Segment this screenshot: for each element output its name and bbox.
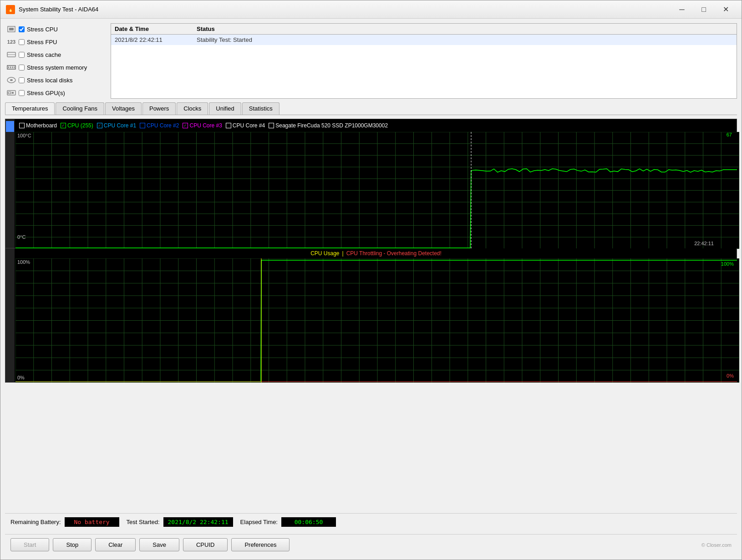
stress-disk-item: Stress local disks <box>5 74 105 86</box>
test-started-item: Test Started: 2021/8/2 22:42:11 <box>127 517 233 527</box>
main-window: 🔥 System Stability Test - AIDA64 ─ □ ✕ S… <box>0 0 742 560</box>
stress-fpu-item: 123 Stress FPU <box>5 36 105 48</box>
svg-rect-11 <box>7 91 15 95</box>
cache-icon <box>7 51 16 58</box>
tabs-bar: Temperatures Cooling Fans Voltages Power… <box>5 102 737 115</box>
legend-seagate-checkbox[interactable] <box>269 123 274 128</box>
elapsed-time-item: Elapsed Time: 00:06:50 <box>240 517 336 527</box>
app-icon: 🔥 <box>6 5 15 14</box>
stress-gpu-item: Stress GPU(s) <box>5 87 105 99</box>
preferences-button[interactable]: Preferences <box>231 538 290 551</box>
usage-title-cpu: CPU Usage <box>310 250 339 257</box>
stress-cache-label[interactable]: Stress cache <box>19 51 61 58</box>
log-col-status-header: Status <box>197 25 733 32</box>
log-status-0: Stability Test: Started <box>197 36 733 43</box>
content-area: Stress CPU 123 Stress FPU <box>0 19 742 560</box>
legend-cpu-core1: CPU Core #1 <box>97 122 136 129</box>
save-button[interactable]: Save <box>139 538 179 551</box>
log-row-0: 2021/8/2 22:42:11 Stability Test: Starte… <box>111 35 737 45</box>
stress-disk-label[interactable]: Stress local disks <box>19 77 72 84</box>
test-started-label: Test Started: <box>127 519 160 525</box>
cpu-icon <box>7 25 16 33</box>
fpu-icon: 123 <box>7 38 16 45</box>
legend-cpu255-checkbox[interactable] <box>61 123 66 128</box>
usage-y-top: 100% <box>17 259 30 265</box>
tab-voltages[interactable]: Voltages <box>105 102 142 115</box>
stress-fpu-label[interactable]: Stress FPU <box>19 39 57 45</box>
usage-chart-title-bar: CPU Usage | CPU Throttling - Overheating… <box>15 248 737 258</box>
usage-y-bottom: 0% <box>17 375 25 380</box>
stress-memory-checkbox[interactable] <box>19 65 25 71</box>
legend-cpu-core2: CPU Core #2 <box>140 122 179 129</box>
svg-rect-1 <box>9 28 14 30</box>
status-bar: Remaining Battery: No battery Test Start… <box>5 513 737 530</box>
legend-cpu-core3: CPU Core #3 <box>183 122 222 129</box>
tab-powers[interactable]: Powers <box>142 102 176 115</box>
svg-rect-8 <box>14 66 15 68</box>
legend-cpu-core4: CPU Core #4 <box>226 122 265 129</box>
memory-icon <box>7 64 16 71</box>
clear-button[interactable]: Clear <box>95 538 136 551</box>
tab-cooling-fans[interactable]: Cooling Fans <box>56 102 104 115</box>
legend-cpu-core2-checkbox[interactable] <box>140 123 145 128</box>
stress-options-panel: Stress CPU 123 Stress FPU <box>5 23 105 99</box>
stress-gpu-label[interactable]: Stress GPU(s) <box>19 90 65 96</box>
legend-cpu-core4-checkbox[interactable] <box>226 123 231 128</box>
maximize-button[interactable]: □ <box>693 3 714 16</box>
charts-area: Motherboard CPU (255) CPU Core #1 CPU Co… <box>5 119 737 510</box>
stress-gpu-checkbox[interactable] <box>19 90 25 96</box>
minimize-button[interactable]: ─ <box>671 3 692 16</box>
start-button[interactable]: Start <box>10 538 49 551</box>
top-section: Stress CPU 123 Stress FPU <box>5 23 737 99</box>
log-time-0: 2021/8/2 22:42:11 <box>115 36 197 43</box>
legend-seagate: Seagate FireCuda 520 SSD ZP1000GM30002 <box>269 122 388 129</box>
legend-cpu-core1-checkbox[interactable] <box>97 123 102 128</box>
stress-cpu-label[interactable]: Stress CPU <box>19 26 58 33</box>
cpuid-button[interactable]: CPUID <box>183 538 228 551</box>
legend-motherboard: Motherboard <box>19 122 57 129</box>
stress-memory-label[interactable]: Stress system memory <box>19 64 87 71</box>
disk-icon <box>7 76 16 84</box>
stress-cache-checkbox[interactable] <box>19 52 25 58</box>
tab-statistics[interactable]: Statistics <box>242 102 280 115</box>
usage-chart-canvas <box>15 258 739 383</box>
legend-cpu-core3-checkbox[interactable] <box>183 123 188 128</box>
temp-value-label: 67 <box>727 132 732 137</box>
stress-fpu-checkbox[interactable] <box>19 39 25 45</box>
bottom-buttons: Start Stop Clear Save CPUID Preferences … <box>5 534 737 555</box>
svg-rect-6 <box>10 66 11 68</box>
elapsed-label: Elapsed Time: <box>240 519 278 525</box>
svg-rect-7 <box>12 66 13 68</box>
usage-value-top: 100% <box>721 261 734 267</box>
title-bar: 🔥 System Stability Test - AIDA64 ─ □ ✕ <box>0 0 742 19</box>
svg-rect-13 <box>12 92 14 94</box>
usage-value-bottom: 0% <box>727 373 734 378</box>
window-controls: ─ □ ✕ <box>671 3 736 16</box>
stress-cache-item: Stress cache <box>5 49 105 61</box>
log-table: Date & Time Status 2021/8/2 22:42:11 Sta… <box>111 23 737 99</box>
temp-legend: Motherboard CPU (255) CPU Core #1 CPU Co… <box>15 119 737 132</box>
usage-title-throttle: CPU Throttling - Overheating Detected! <box>346 250 442 257</box>
temp-chart-canvas <box>15 132 739 249</box>
temp-y-top: 100°C <box>17 133 31 138</box>
legend-motherboard-checkbox[interactable] <box>19 123 25 128</box>
stress-cpu-item: Stress CPU <box>5 23 105 35</box>
tab-clocks[interactable]: Clocks <box>177 102 208 115</box>
battery-value: No battery <box>65 517 119 527</box>
stress-cpu-checkbox[interactable] <box>19 26 25 32</box>
log-table-header: Date & Time Status <box>111 24 737 35</box>
svg-rect-12 <box>8 92 11 94</box>
elapsed-value: 00:06:50 <box>281 517 336 527</box>
gpu-icon <box>7 89 16 96</box>
battery-status-item: Remaining Battery: No battery <box>10 517 119 527</box>
tab-unified[interactable]: Unified <box>209 102 241 115</box>
stop-button[interactable]: Stop <box>53 538 91 551</box>
legend-cpu255: CPU (255) <box>61 122 93 129</box>
close-button[interactable]: ✕ <box>715 3 736 16</box>
stress-disk-checkbox[interactable] <box>19 77 25 83</box>
svg-point-10 <box>10 79 13 81</box>
temp-y-bottom: 0°C <box>17 234 25 240</box>
temp-time-label: 22:42:11 <box>694 241 714 246</box>
tab-temperatures[interactable]: Temperatures <box>5 102 55 115</box>
stress-memory-item: Stress system memory <box>5 61 105 73</box>
